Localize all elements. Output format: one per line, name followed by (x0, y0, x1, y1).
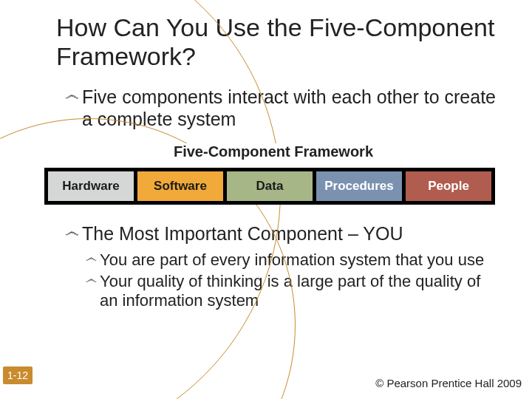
cell-data: Data (227, 171, 316, 201)
diagram-heading: Five-Component Framework (44, 143, 502, 160)
sub-bullet-text: Your quality of thinking is a large part… (100, 272, 502, 311)
copyright: © Pearson Prentice Hall 2009 (375, 377, 522, 390)
cell-procedures: Procedures (316, 171, 406, 201)
diagram-bar: Hardware Software Data Procedures People (44, 168, 495, 205)
cell-people: People (406, 171, 491, 201)
cell-hardware: Hardware (48, 171, 137, 201)
sub-bullet-item: ෴ You are part of every information syst… (86, 250, 502, 270)
page-number: 1-12 (3, 366, 33, 384)
bullet-item: ෴ The Most Important Component – YOU (65, 222, 502, 245)
sub-bullet-item: ෴ Your quality of thinking is a large pa… (86, 272, 502, 311)
swirl-icon: ෴ (86, 250, 97, 265)
slide: How Can You Use the Five-Component Frame… (0, 0, 532, 399)
bullet-item: ෴ Five components interact with each oth… (65, 86, 502, 130)
cell-software: Software (137, 171, 227, 201)
framework-diagram: Five-Component Framework Hardware Softwa… (44, 143, 502, 205)
swirl-icon: ෴ (65, 222, 79, 240)
bullet-text: The Most Important Component – YOU (82, 222, 403, 245)
swirl-icon: ෴ (86, 272, 97, 287)
swirl-icon: ෴ (65, 86, 79, 103)
sub-bullet-text: You are part of every information system… (100, 250, 484, 270)
bullet-text: Five components interact with each other… (82, 86, 502, 130)
slide-title: How Can You Use the Five-Component Frame… (56, 13, 502, 71)
